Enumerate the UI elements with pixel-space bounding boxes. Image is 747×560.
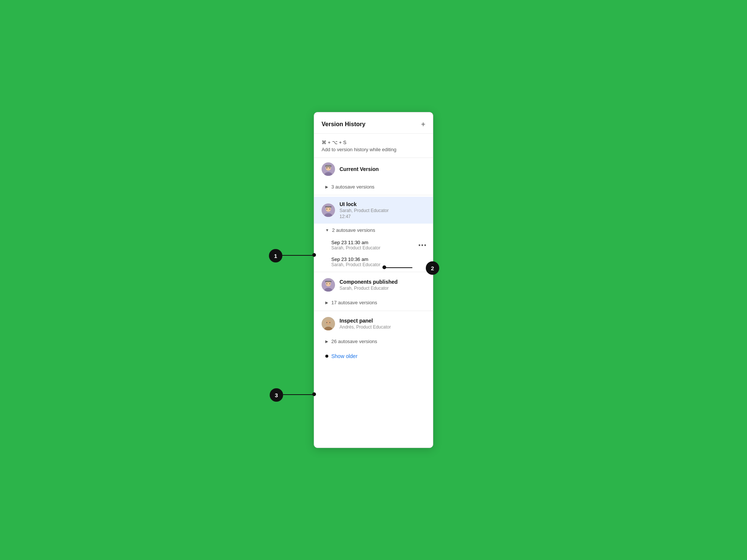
collapse-triangle-2: ▼ (325, 228, 329, 232)
divider-2 (314, 272, 433, 272)
svg-point-12 (329, 209, 330, 209)
version-item-inspect[interactable]: Inspect panel Andrés, Product Educator (314, 312, 433, 335)
inspect-version-name: Inspect panel (340, 318, 425, 324)
svg-point-18 (329, 283, 330, 284)
version-list: Current Version ▶ 3 autosave versions (314, 158, 433, 367)
page-background: Version History + ⌘ + ⌥ + S Add to versi… (0, 0, 747, 560)
annotation-dot-3 (312, 392, 316, 396)
divider-3 (314, 311, 433, 311)
autosave-row-2[interactable]: ▼ 2 autosave versions (314, 224, 433, 237)
current-version-name: Current Version (340, 166, 425, 172)
annotation-bubble-3: 3 (270, 388, 283, 402)
svg-point-4 (326, 168, 327, 168)
shortcut-keys: ⌘ + ⌥ + S (322, 140, 425, 145)
show-older-row: Show older (314, 348, 433, 367)
sub-item-2[interactable]: Sep 23 10:36 am Sarah, Product Educator (314, 253, 433, 270)
close-button[interactable]: + (421, 121, 425, 128)
uilock-version-author: Sarah, Product Educator (340, 208, 425, 213)
avatar-current (322, 162, 335, 176)
svg-rect-6 (325, 165, 332, 167)
shortcut-section: ⌘ + ⌥ + S Add to version history while e… (314, 134, 433, 158)
sub-item-1[interactable]: Sep 23 11:30 am Sarah, Product Educator … (314, 237, 433, 253)
autosave-label-2: 2 autosave versions (332, 227, 375, 233)
svg-point-23 (329, 322, 330, 323)
uilock-version-name: UI lock (340, 201, 425, 207)
svg-point-17 (326, 283, 327, 284)
sub-item-1-date: Sep 23 11:30 am (331, 240, 425, 245)
inspect-version-info: Inspect panel Andrés, Product Educator (340, 318, 425, 330)
autosave-label-4: 26 autosave versions (331, 339, 377, 344)
annotation-line-3 (283, 394, 312, 395)
svg-point-5 (329, 168, 330, 168)
avatar-uilock (322, 203, 335, 217)
show-older-link[interactable]: Show older (331, 353, 357, 359)
annotation-dot-1 (312, 253, 316, 257)
sub-item-1-author: Sarah, Product Educator (331, 245, 425, 251)
components-version-info: Components published Sarah, Product Educ… (340, 279, 425, 291)
svg-rect-16 (325, 281, 332, 282)
components-version-name: Components published (340, 279, 425, 285)
collapse-triangle-1: ▶ (325, 185, 328, 189)
annotation-bubble-1: 1 (269, 249, 282, 262)
svg-rect-10 (325, 206, 332, 208)
annotation-line-2 (382, 267, 412, 268)
version-item-components[interactable]: Components published Sarah, Product Educ… (314, 274, 433, 296)
sub-item-2-author: Sarah, Product Educator (331, 262, 425, 267)
uilock-version-info: UI lock Sarah, Product Educator 12:47 (340, 201, 425, 219)
panel-title: Version History (322, 121, 365, 128)
autosave-row-1[interactable]: ▶ 3 autosave versions (314, 180, 433, 193)
annotation-dot-2 (382, 265, 386, 269)
autosave-row-4[interactable]: ▶ 26 autosave versions (314, 335, 433, 348)
components-version-author: Sarah, Product Educator (340, 286, 425, 291)
annotation-bubble-2: 2 (426, 261, 439, 275)
panel-header: Version History + (314, 112, 433, 134)
autosave-label-3: 17 autosave versions (331, 300, 377, 305)
autosave-label-1: 3 autosave versions (331, 184, 375, 190)
shortcut-description: Add to version history while editing (322, 147, 425, 152)
sub-item-2-date: Sep 23 10:36 am (331, 256, 425, 262)
avatar-inspect (322, 317, 335, 330)
avatar-components (322, 278, 335, 292)
svg-point-11 (326, 209, 327, 209)
autosave-row-3[interactable]: ▶ 17 autosave versions (314, 296, 433, 309)
uilock-version-time: 12:47 (340, 214, 425, 219)
collapse-triangle-3: ▶ (325, 301, 328, 305)
inspect-version-author: Andrés, Product Educator (340, 324, 425, 330)
version-item-current[interactable]: Current Version (314, 158, 433, 180)
annotation-line-1 (282, 255, 312, 256)
svg-point-22 (326, 322, 327, 323)
collapse-triangle-4: ▶ (325, 339, 328, 343)
show-older-dot (325, 355, 328, 358)
version-item-uilock[interactable]: UI lock Sarah, Product Educator 12:47 (314, 197, 433, 224)
version-history-panel: Version History + ⌘ + ⌥ + S Add to versi… (314, 112, 433, 448)
more-options-button-1[interactable]: ••• (418, 242, 427, 249)
divider-1 (314, 195, 433, 195)
current-version-info: Current Version (340, 166, 425, 172)
